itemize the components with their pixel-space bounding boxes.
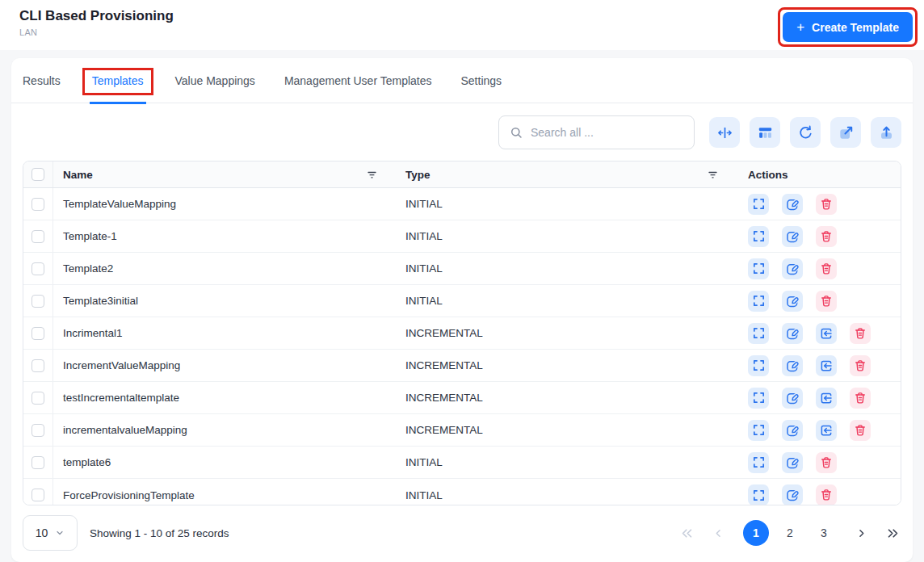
- import-button[interactable]: [816, 323, 837, 344]
- edit-button[interactable]: [782, 323, 803, 344]
- tab-results[interactable]: Results: [23, 58, 61, 103]
- prev-page-button[interactable]: [712, 527, 724, 539]
- delete-button[interactable]: [816, 258, 837, 279]
- delete-button[interactable]: [816, 291, 837, 312]
- delete-button[interactable]: [816, 452, 837, 473]
- edit-button[interactable]: [782, 484, 803, 505]
- row-checkbox[interactable]: [32, 295, 44, 308]
- tab-value-mappings[interactable]: Value Mappings: [175, 58, 255, 103]
- row-checkbox[interactable]: [32, 359, 44, 372]
- tab-templates[interactable]: Templates: [90, 58, 146, 103]
- last-page-button[interactable]: [886, 526, 900, 540]
- select-all-checkbox[interactable]: [32, 168, 44, 181]
- refresh-button[interactable]: [790, 117, 821, 148]
- edit-button[interactable]: [782, 420, 803, 441]
- table-row: Incrimental1 INCREMENTAL: [23, 317, 901, 350]
- page-number-3[interactable]: 3: [811, 520, 837, 546]
- row-checkbox[interactable]: [32, 198, 44, 211]
- table-row: ForceProvisioningTemplate INITIAL: [23, 479, 901, 505]
- page-number-2[interactable]: 2: [777, 520, 803, 546]
- delete-button[interactable]: [850, 420, 871, 441]
- cell-type: INCREMENTAL: [405, 327, 483, 339]
- row-select-cell: [23, 350, 53, 381]
- tab-management-user-templates[interactable]: Management User Templates: [284, 58, 432, 103]
- edit-button[interactable]: [782, 452, 803, 473]
- delete-button[interactable]: [850, 323, 871, 344]
- import-button[interactable]: [816, 355, 837, 376]
- table-row: template6 INITIAL: [23, 447, 901, 479]
- import-button[interactable]: [816, 388, 837, 409]
- cell-name-wrap: incrementalvalueMapping: [53, 414, 405, 446]
- import-button[interactable]: [816, 420, 837, 441]
- expand-icon: [752, 489, 766, 502]
- edit-button[interactable]: [782, 226, 803, 247]
- cell-name-wrap: testIncrementaltemplate: [53, 382, 405, 413]
- edit-icon: [785, 294, 800, 308]
- tab-settings[interactable]: Settings: [460, 58, 502, 103]
- search-input[interactable]: [531, 126, 683, 139]
- expand-button[interactable]: [748, 291, 769, 312]
- cell-type-wrap: INCREMENTAL: [405, 414, 748, 446]
- chevron-down-icon: [55, 528, 65, 538]
- cell-type-wrap: INCREMENTAL: [405, 350, 748, 381]
- open-external-button[interactable]: [830, 117, 861, 148]
- cell-type-wrap: INITIAL: [405, 220, 748, 252]
- cell-type: INCREMENTAL: [405, 359, 483, 371]
- page-size-select[interactable]: 10: [23, 515, 78, 551]
- row-checkbox[interactable]: [32, 230, 44, 243]
- header-name-label: Name: [63, 169, 93, 181]
- expand-button[interactable]: [748, 226, 769, 247]
- type-filter-icon[interactable]: [707, 169, 719, 181]
- header-actions-label: Actions: [748, 169, 788, 181]
- table-row: testIncrementaltemplate INCREMENTAL: [23, 382, 901, 414]
- upload-button[interactable]: [871, 117, 901, 148]
- expand-button[interactable]: [748, 388, 769, 409]
- cell-name-wrap: IncrementValueMapping: [53, 350, 405, 381]
- delete-button[interactable]: [850, 388, 871, 409]
- edit-button[interactable]: [782, 194, 803, 215]
- delete-button[interactable]: [816, 194, 837, 215]
- row-checkbox[interactable]: [32, 392, 44, 405]
- row-checkbox[interactable]: [32, 327, 44, 340]
- expand-button[interactable]: [748, 323, 769, 344]
- import-icon: [819, 423, 834, 438]
- edit-button[interactable]: [782, 258, 803, 279]
- edit-icon: [785, 359, 800, 373]
- autosize-columns-button[interactable]: [709, 117, 740, 148]
- edit-button[interactable]: [782, 355, 803, 376]
- delete-button[interactable]: [816, 226, 837, 247]
- cell-type-wrap: INITIAL: [405, 479, 748, 505]
- search-box[interactable]: [498, 115, 695, 149]
- next-page-button[interactable]: [855, 527, 867, 539]
- row-checkbox[interactable]: [32, 489, 44, 501]
- row-checkbox[interactable]: [32, 262, 44, 275]
- expand-button[interactable]: [748, 258, 769, 279]
- pagination-bar: 10 Showing 1 - 10 of 25 records: [11, 505, 913, 562]
- delete-button[interactable]: [816, 484, 837, 505]
- header-type-cell: Type: [405, 161, 748, 187]
- cell-type: INCREMENTAL: [405, 392, 483, 404]
- cell-actions: [748, 479, 901, 505]
- cell-name: Template3initial: [63, 295, 138, 307]
- delete-button[interactable]: [850, 355, 871, 376]
- autosize-columns-icon: [716, 124, 733, 141]
- edit-button[interactable]: [782, 291, 803, 312]
- edit-button[interactable]: [782, 388, 803, 409]
- cell-name: testIncrementaltemplate: [63, 392, 179, 404]
- expand-button[interactable]: [748, 194, 769, 215]
- cell-type-wrap: INITIAL: [405, 188, 748, 220]
- page-number-1[interactable]: 1: [743, 520, 769, 546]
- row-checkbox[interactable]: [32, 456, 44, 469]
- name-filter-icon[interactable]: [366, 169, 378, 181]
- first-page-button[interactable]: [680, 526, 694, 540]
- expand-button[interactable]: [748, 355, 769, 376]
- columns-button[interactable]: [750, 117, 780, 148]
- expand-button[interactable]: [748, 420, 769, 441]
- create-template-button[interactable]: + Create Template: [783, 12, 913, 42]
- refresh-icon: [797, 124, 814, 141]
- expand-button[interactable]: [748, 484, 769, 505]
- edit-icon: [785, 229, 800, 244]
- row-checkbox[interactable]: [32, 424, 44, 437]
- expand-button[interactable]: [748, 452, 769, 473]
- row-select-cell: [23, 479, 53, 505]
